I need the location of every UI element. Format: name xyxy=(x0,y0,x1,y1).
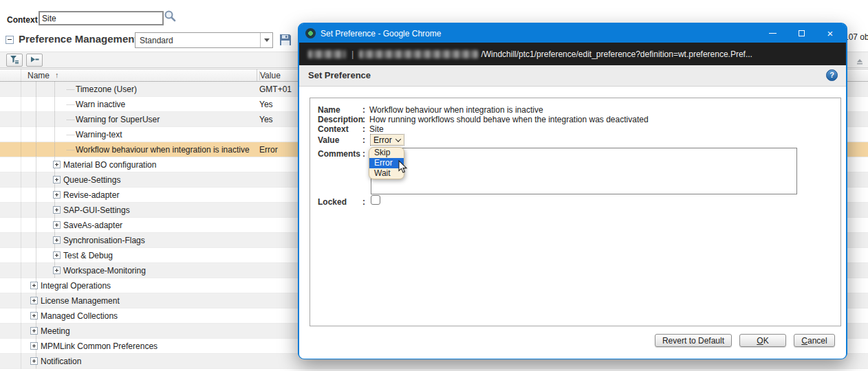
window-controls: × xyxy=(758,24,845,43)
window-titlebar[interactable]: Set Preference - Google Chrome × xyxy=(299,24,846,43)
tree-guide xyxy=(67,135,74,135)
row-name: Meeting xyxy=(41,326,70,336)
chevron-down-icon[interactable] xyxy=(260,33,272,47)
name-value: Workflow behaviour when integration is i… xyxy=(369,105,543,115)
row-name: Test & Debug xyxy=(63,251,113,260)
collapse-all-icon[interactable] xyxy=(26,54,43,67)
tree-guide xyxy=(36,203,36,217)
expand-icon[interactable] xyxy=(53,206,61,214)
row-name: License Management xyxy=(41,296,120,306)
dialog-buttons: Revert to Default OK Cancel xyxy=(655,334,835,347)
redacted-url-segment xyxy=(308,50,346,58)
locked-checkbox[interactable] xyxy=(371,195,380,205)
row-name: Timezone (User) xyxy=(76,85,137,94)
tree-guide xyxy=(54,97,55,111)
tree-guide xyxy=(36,172,36,187)
row-name: Notification xyxy=(41,357,81,366)
row-name: Warning-text xyxy=(76,130,122,139)
set-preference-window: Set Preference - Google Chrome × | /Wind… xyxy=(298,23,847,359)
tree-guide xyxy=(36,218,36,232)
tree-guide xyxy=(36,233,36,247)
description-label: Description xyxy=(318,115,363,124)
expand-icon[interactable] xyxy=(53,176,61,183)
selector-column-divider xyxy=(21,69,21,369)
locked-label: Locked xyxy=(318,197,347,207)
dialog-header: Set Preference ? xyxy=(299,65,846,87)
tree-guide xyxy=(54,127,55,142)
view-dropdown-value: Standard xyxy=(135,36,260,45)
row-name: SAP-GUI-Settings xyxy=(63,205,130,215)
expand-icon[interactable] xyxy=(30,297,38,304)
filter-icon[interactable] xyxy=(6,54,23,67)
expand-icon[interactable] xyxy=(53,221,61,229)
dropdown-option[interactable]: Skip xyxy=(369,148,404,158)
save-view-button[interactable] xyxy=(279,33,292,47)
maximize-icon[interactable] xyxy=(787,24,816,43)
dialog-title: Set Preference xyxy=(308,70,371,80)
search-icon[interactable] xyxy=(164,10,176,22)
tree-guide xyxy=(36,82,36,96)
close-icon[interactable]: × xyxy=(816,24,845,43)
revert-to-default-button[interactable]: Revert to Default xyxy=(655,334,732,347)
ok-button[interactable]: OK xyxy=(739,334,786,347)
row-name: MPMLink Common Preferences xyxy=(41,341,158,351)
expand-icon[interactable] xyxy=(30,357,38,365)
url-text: /Windchill/ptc1/preference/edit_preferen… xyxy=(481,49,752,59)
dropdown-option[interactable]: Error xyxy=(369,158,404,168)
row-name: Synchronisation-Flags xyxy=(63,236,145,245)
colon: : xyxy=(362,115,365,124)
value-dropdown-menu: SkipErrorWait xyxy=(369,147,404,179)
help-icon[interactable]: ? xyxy=(826,69,838,81)
column-header-name[interactable]: Name xyxy=(28,71,50,80)
tree-guide xyxy=(67,104,74,105)
expand-icon[interactable] xyxy=(30,327,38,335)
sort-ascending-icon[interactable] xyxy=(856,56,864,65)
expand-icon[interactable] xyxy=(53,267,61,274)
row-name: Warn inactive xyxy=(76,100,125,109)
tree-guide xyxy=(54,142,55,157)
name-label: Name xyxy=(318,105,340,115)
tree-guide xyxy=(36,248,36,262)
tree-guide xyxy=(36,263,36,278)
colon: : xyxy=(362,197,365,207)
expand-icon[interactable] xyxy=(30,282,38,289)
value-select[interactable]: Error xyxy=(370,134,404,146)
collapse-section-icon[interactable] xyxy=(6,36,14,44)
tree-guide xyxy=(36,97,36,111)
redacted-url-segment xyxy=(359,50,478,58)
tree-guide xyxy=(67,150,74,150)
objects-count: 107 objects xyxy=(844,32,868,42)
row-value: Yes xyxy=(259,100,273,109)
value-label: Value xyxy=(318,135,339,145)
row-name: Workspace-Monitoring xyxy=(63,266,146,276)
view-dropdown[interactable]: Standard xyxy=(135,32,273,48)
minimize-icon[interactable] xyxy=(758,24,787,43)
tree-guide xyxy=(36,188,36,202)
row-name: Warning for SuperUser xyxy=(76,115,160,124)
address-bar: | /Windchill/ptc1/preference/edit_prefer… xyxy=(299,43,846,65)
tree-guide xyxy=(36,127,36,142)
expand-icon[interactable] xyxy=(30,342,38,350)
expand-icon[interactable] xyxy=(53,236,61,244)
comments-textarea[interactable] xyxy=(371,148,797,194)
colon: : xyxy=(362,124,365,134)
expand-icon[interactable] xyxy=(53,161,61,168)
column-header-value[interactable]: Value xyxy=(259,71,281,80)
row-name: Material BO configuration xyxy=(63,160,156,170)
dropdown-option[interactable]: Wait xyxy=(369,168,404,179)
cancel-button[interactable]: Cancel xyxy=(794,334,835,347)
colon: : xyxy=(362,105,365,115)
row-name: Revise-adapter xyxy=(63,190,119,200)
expand-icon[interactable] xyxy=(30,312,38,319)
preference-fieldset: Name : Workflow behaviour when integrati… xyxy=(310,98,841,326)
chevron-down-icon xyxy=(395,136,400,142)
tree-guide xyxy=(67,89,74,90)
expand-icon[interactable] xyxy=(53,251,61,259)
context-label: Context xyxy=(7,15,38,25)
expand-icon[interactable] xyxy=(53,191,61,199)
description-value: How running workflows should behave when… xyxy=(369,115,649,124)
colon: : xyxy=(362,149,365,159)
context-label: Context xyxy=(318,124,349,134)
context-input[interactable] xyxy=(39,11,164,25)
windchill-favicon-icon xyxy=(305,28,316,38)
